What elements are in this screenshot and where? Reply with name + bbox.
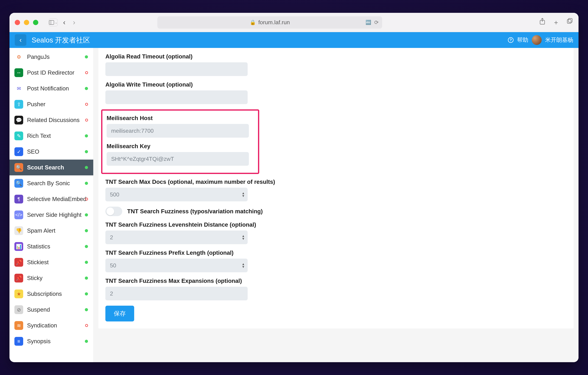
admin-back-button[interactable]: ‹ xyxy=(15,34,26,46)
meilisearch-host-input[interactable] xyxy=(107,124,249,138)
nav-forward-button[interactable]: › xyxy=(71,19,77,26)
mediaembed-icon: ¶ xyxy=(14,195,23,203)
maximize-window-button[interactable] xyxy=(33,20,38,25)
sidebar-item-scout-search[interactable]: 🔍Scout Search xyxy=(10,160,93,175)
status-dot xyxy=(85,198,88,200)
pusher-icon: ⇪ xyxy=(14,100,23,109)
status-dot xyxy=(85,166,88,169)
tabs-overview-icon[interactable] xyxy=(566,18,573,27)
sidebar-item-spam-alert[interactable]: 👎Spam Alert xyxy=(10,223,93,239)
sidebar-item-stickiest[interactable]: 📌Stickiest xyxy=(10,254,93,270)
url-bar[interactable]: 🔒 forum.laf.run 🔤 ⟳ xyxy=(157,16,382,29)
app-header: ‹ Sealos 开发者社区 ? 帮助 米开朗基杨 xyxy=(10,32,578,48)
browser-chrome: ⌄ ‹ › 🔒 forum.laf.run 🔤 ⟳ ＋ xyxy=(10,13,578,32)
discussion-icon: 💬 xyxy=(14,116,23,125)
sidebar-item-post-notification[interactable]: ✉Post Notification xyxy=(10,81,93,96)
stepper-arrows-icon[interactable]: ▲▼ xyxy=(242,235,245,240)
field-label: TNT Search Fuzziness Levenshtein Distanc… xyxy=(105,221,567,228)
extensions-sidebar[interactable]: ⚙PanguJs↔Post ID Redirector✉Post Notific… xyxy=(10,48,94,362)
tnt-prefix-field: TNT Search Fuzziness Prefix Length (opti… xyxy=(105,250,567,272)
status-dot xyxy=(85,150,88,153)
richtext-icon: ✎ xyxy=(14,132,23,140)
sidebar-item-subscriptions[interactable]: ★Subscriptions xyxy=(10,286,93,302)
sidebar-item-label: PanguJs xyxy=(27,53,50,60)
settings-card: Algolia Read Timeout (optional) Algolia … xyxy=(98,48,574,328)
new-tab-icon[interactable]: ＋ xyxy=(553,18,559,27)
field-label: TNT Search Max Docs (optional, maximum n… xyxy=(105,178,567,185)
sidebar-item-seo[interactable]: ✓SEO xyxy=(10,144,93,160)
traffic-lights xyxy=(15,20,38,25)
sidebar-icon xyxy=(49,20,54,25)
field-label: Meilisearch Key xyxy=(107,143,254,150)
stepper-arrows-icon[interactable]: ▲▼ xyxy=(242,263,245,268)
browser-right-icons: ＋ xyxy=(539,18,573,27)
status-dot xyxy=(85,324,88,327)
meilisearch-host-field: Meilisearch Host xyxy=(107,115,254,138)
stepper-arrows-icon[interactable]: ▲▼ xyxy=(242,192,245,197)
nav-back-button[interactable]: ‹ xyxy=(61,19,67,26)
synopsis-icon: ≡ xyxy=(14,337,23,346)
tnt-prefix-input[interactable] xyxy=(105,259,248,272)
browser-window: ⌄ ‹ › 🔒 forum.laf.run 🔤 ⟳ ＋ ‹ Sealos 开发者… xyxy=(10,13,578,362)
settings-panel[interactable]: Algolia Read Timeout (optional) Algolia … xyxy=(94,48,578,362)
sidebar-item-statistics[interactable]: 📊Statistics xyxy=(10,239,93,254)
tnt-levenshtein-field: TNT Search Fuzziness Levenshtein Distanc… xyxy=(105,221,567,244)
sidebar-item-label: Related Discussions xyxy=(27,117,80,124)
sidebar-item-synopsis[interactable]: ≡Synopsis xyxy=(10,333,93,349)
seo-icon: ✓ xyxy=(14,147,23,156)
help-label[interactable]: 帮助 xyxy=(517,36,528,44)
status-dot xyxy=(85,277,88,280)
tnt-levenshtein-input[interactable] xyxy=(105,230,248,244)
tnt-fuzziness-toggle[interactable] xyxy=(105,207,122,216)
app-title[interactable]: Sealos 开发者社区 xyxy=(32,35,90,45)
sidebar-item-label: Selective MediaEmbed xyxy=(27,196,86,202)
sidebar-item-related-discussions[interactable]: 💬Related Discussions xyxy=(10,112,93,128)
status-dot xyxy=(85,87,88,90)
toggle-knob xyxy=(106,208,114,215)
tnt-maxexpansions-field: TNT Search Fuzziness Max Expansions (opt… xyxy=(105,278,567,300)
tnt-maxexpansions-input[interactable] xyxy=(105,287,248,300)
suspend-icon: ⊘ xyxy=(14,305,23,314)
url-text: forum.laf.run xyxy=(258,19,290,26)
meilisearch-key-field: Meilisearch Key xyxy=(107,143,254,166)
chevron-left-icon: ‹ xyxy=(20,36,22,44)
subscriptions-icon: ★ xyxy=(14,290,23,298)
field-label: Meilisearch Host xyxy=(107,115,254,122)
sidebar-item-server-side-highlight[interactable]: </>Server Side Highlight xyxy=(10,207,93,223)
status-dot xyxy=(85,71,88,74)
svg-rect-4 xyxy=(568,19,572,22)
sidebar-item-rich-text[interactable]: ✎Rich Text xyxy=(10,128,93,144)
sonic-icon: 🔍 xyxy=(14,179,23,188)
avatar[interactable] xyxy=(532,35,542,45)
algolia-write-timeout-input[interactable] xyxy=(105,90,248,104)
reload-icon[interactable]: ⟳ xyxy=(374,19,379,25)
translate-icon[interactable]: 🔤 xyxy=(366,20,371,25)
sidebar-item-post-id-redirector[interactable]: ↔Post ID Redirector xyxy=(10,65,93,81)
sidebar-item-selective-mediaembed[interactable]: ¶Selective MediaEmbed xyxy=(10,191,93,207)
sidebar-item-suspend[interactable]: ⊘Suspend xyxy=(10,302,93,318)
status-dot xyxy=(85,55,88,58)
sidebar-item-search-by-sonic[interactable]: 🔍Search By Sonic xyxy=(10,175,93,191)
meilisearch-highlight: Meilisearch Host Meilisearch Key xyxy=(101,109,259,174)
username[interactable]: 米开朗基杨 xyxy=(545,36,573,44)
sidebar-item-syndication[interactable]: ≋Syndication xyxy=(10,318,93,333)
algolia-read-timeout-field: Algolia Read Timeout (optional) xyxy=(105,53,567,76)
sidebar-item-label: Rich Text xyxy=(27,133,51,139)
sidebar-item-sticky[interactable]: 📌Sticky xyxy=(10,270,93,286)
stickiest-icon: 📌 xyxy=(14,258,23,267)
share-icon[interactable] xyxy=(539,18,546,27)
sticky-icon: 📌 xyxy=(14,274,23,282)
minimize-window-button[interactable] xyxy=(24,20,29,25)
close-window-button[interactable] xyxy=(15,20,20,25)
help-icon[interactable]: ? xyxy=(508,37,514,43)
algolia-read-timeout-input[interactable] xyxy=(105,62,248,76)
sidebar-item-pangujs[interactable]: ⚙PanguJs xyxy=(10,49,93,65)
tnt-maxdocs-input[interactable] xyxy=(105,188,248,201)
lock-icon: 🔒 xyxy=(250,20,256,25)
meilisearch-key-input[interactable] xyxy=(107,152,249,166)
sidebar-toggle-button[interactable]: ⌄ xyxy=(49,19,58,26)
sidebar-item-pusher[interactable]: ⇪Pusher xyxy=(10,96,93,112)
svg-rect-0 xyxy=(49,20,54,24)
field-label: Algolia Write Timeout (optional) xyxy=(105,81,567,88)
save-button[interactable]: 保存 xyxy=(105,306,134,322)
